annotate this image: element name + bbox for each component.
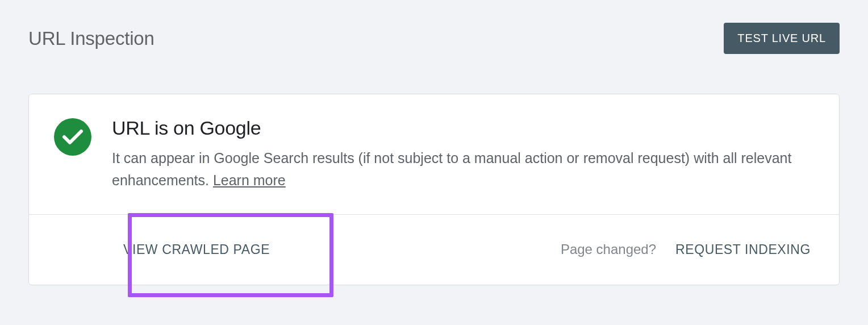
request-indexing-button[interactable]: REQUEST INDEXING (675, 242, 811, 257)
status-title: URL is on Google (112, 117, 811, 139)
page-changed-label: Page changed? (561, 241, 656, 257)
svg-point-0 (54, 118, 91, 156)
status-card: URL is on Google It can appear in Google… (28, 94, 840, 285)
view-crawled-page-button[interactable]: VIEW CRAWLED PAGE (111, 226, 282, 273)
check-circle-icon (54, 118, 91, 156)
page-title: URL Inspection (28, 28, 155, 49)
test-live-url-button[interactable]: TEST LIVE URL (724, 23, 840, 54)
learn-more-link[interactable]: Learn more (213, 172, 286, 188)
status-description: It can appear in Google Search results (… (112, 147, 811, 191)
